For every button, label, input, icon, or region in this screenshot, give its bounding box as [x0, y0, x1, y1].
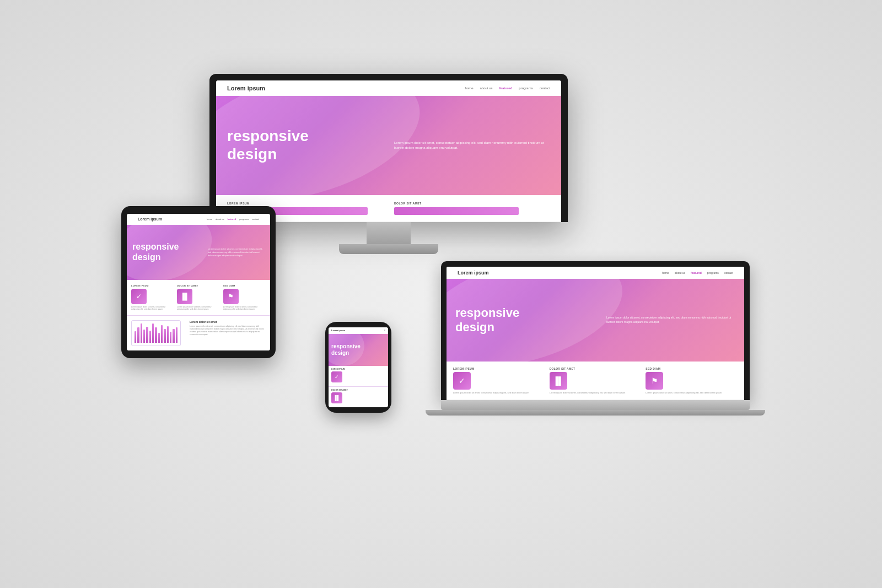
tablet-hero-text: Lorem ipsum dolor sit amet, consectetuer…	[208, 247, 265, 257]
tablet-feature-label-1: LOREM IPSUM	[131, 284, 174, 287]
laptop-feature-text-3: Lorem ipsum dolor sit amet, consectetur …	[646, 391, 738, 395]
laptop-feature-label-1: LOREM IPSUM	[453, 367, 545, 370]
phone-features: LOREM IPSUM ✓	[329, 366, 388, 386]
tablet-feature-icon-1: ✓	[131, 289, 147, 304]
phone-nav-icon: ≡	[384, 329, 385, 332]
laptop-feature-1: LOREM IPSUM ✓ Lorem ipsum dolor sit amet…	[453, 367, 545, 395]
tablet-chart-body: Lorem ipsum dolor sit amet, consectetuer…	[190, 325, 266, 336]
phone: Lorem ipsum ≡ responsive design LOREM IP…	[325, 322, 391, 413]
bar-2	[137, 327, 139, 343]
laptop-feature-icon-2: ▐▌	[550, 372, 567, 390]
nav-about: about us	[480, 87, 493, 90]
laptop-feature-text-1: Lorem ipsum dolor sit amet, consectetur …	[453, 391, 545, 395]
tablet-nav-contact: contact	[252, 218, 259, 220]
tablet: Lorem ipsum home about us featured progr…	[121, 206, 276, 359]
laptop-hero: responsive design Lorem ipsum dolor sit …	[447, 279, 744, 362]
tablet-chart	[131, 320, 181, 346]
monitor-screen: Lorem ipsum home about us featured progr…	[216, 80, 561, 222]
bar-7	[152, 323, 154, 343]
bar-14	[173, 329, 174, 343]
laptop-foot	[426, 410, 765, 416]
phone-feature-icon-2: ▐▌	[331, 392, 342, 403]
phone-feature-2-wrap: DOLOR SIT AMET ▐▌	[329, 387, 388, 407]
tablet-feature-3: SED DIAM ⚑ Lorem ipsum dolor sit amet, c…	[223, 284, 266, 311]
bar-4	[143, 330, 145, 343]
tablet-hero-title-wrap: responsive design	[132, 242, 203, 262]
monitor-section-label-2: DOLOR SIT AMET	[394, 202, 550, 205]
phone-hero: responsive design	[329, 334, 388, 366]
monitor-hero-title: responsive design	[227, 127, 383, 163]
monitor-logo: Lorem ipsum	[227, 85, 265, 91]
laptop-nav-about: about us	[675, 271, 685, 274]
phone-feature-label-1: LOREM IPSUM	[331, 368, 385, 370]
laptop-logo: Lorem ipsum	[458, 270, 489, 276]
laptop-base	[441, 400, 750, 410]
monitor-section-bar-2	[394, 207, 519, 215]
tablet-nav: Lorem ipsum home about us featured progr…	[127, 214, 270, 225]
tablet-feature-text-2: Lorem ipsum dolor sit amet, consectetur …	[177, 306, 219, 311]
tablet-hero: responsive design Lorem ipsum dolor sit …	[127, 225, 270, 280]
laptop-nav-programs: programs	[707, 271, 719, 274]
laptop-features: LOREM IPSUM ✓ Lorem ipsum dolor sit amet…	[447, 362, 744, 401]
phone-feature-icon-1: ✓	[331, 371, 342, 382]
monitor-hero-text-wrap: Lorem ipsum dolor sit amet, consectetuer…	[383, 141, 550, 150]
phone-hero-title: responsive design	[331, 343, 361, 356]
bar-6	[149, 331, 151, 343]
laptop-hero-text: Lorem ipsum dolor sit amet, consectetuer…	[606, 316, 735, 324]
bar-15	[176, 327, 178, 343]
tablet-chart-section: Lorem dolor sit amet Lorem ipsum dolor s…	[127, 316, 270, 350]
tablet-nav-programs: programs	[239, 218, 249, 220]
bar-11	[164, 329, 165, 343]
laptop-hero-title: responsive design	[455, 306, 599, 334]
nav-home: home	[465, 87, 474, 90]
nav-programs: programs	[519, 87, 533, 90]
tablet-features: LOREM IPSUM ✓ Lorem ipsum dolor sit amet…	[127, 280, 270, 316]
laptop-feature-3: SED DIAM ⚑ Lorem ipsum dolor sit amet, c…	[646, 367, 738, 395]
laptop-nav-featured: featured	[691, 271, 702, 274]
bar-13	[170, 332, 171, 343]
tablet-feature-label-3: SED DIAM	[223, 284, 266, 287]
tablet-nav-links: home about us featured programs contact	[207, 218, 259, 220]
laptop-hero-title-wrap: responsive design	[455, 306, 599, 334]
monitor-hero-title-wrap: responsive design	[227, 127, 383, 163]
laptop-feature-2: DOLOR SIT AMET ▐▌ Lorem ipsum dolor sit …	[550, 367, 642, 395]
monitor-frame: Lorem ipsum home about us featured progr…	[209, 74, 568, 222]
laptop-feature-label-3: SED DIAM	[646, 367, 738, 370]
bar-12	[167, 326, 169, 343]
tablet-frame: Lorem ipsum home about us featured progr…	[121, 206, 276, 359]
laptop-nav-home: home	[662, 271, 669, 274]
monitor-nav: Lorem ipsum home about us featured progr…	[216, 80, 561, 96]
laptop-feature-label-2: DOLOR SIT AMET	[550, 367, 642, 370]
monitor-neck	[367, 222, 411, 244]
tablet-nav-about: about us	[216, 218, 224, 220]
bar-1	[135, 331, 136, 343]
bar-9	[158, 333, 160, 343]
monitor-hero: responsive design Lorem ipsum dolor sit …	[216, 96, 561, 195]
tablet-feature-text-1: Lorem ipsum dolor sit amet, consectetur …	[131, 306, 174, 311]
laptop-nav-contact: contact	[724, 271, 733, 274]
tablet-chart-text: Lorem dolor sit amet Lorem ipsum dolor s…	[186, 320, 266, 346]
tablet-feature-1: LOREM IPSUM ✓ Lorem ipsum dolor sit amet…	[131, 284, 174, 311]
phone-screen: Lorem ipsum ≡ responsive design LOREM IP…	[329, 327, 388, 407]
laptop-feature-text-2: Lorem ipsum dolor sit amet, consectetur …	[550, 391, 642, 395]
laptop-nav: Lorem ipsum home about us featured progr…	[447, 267, 744, 279]
tablet-hero-title: responsive design	[132, 242, 203, 262]
tablet-feature-icon-3: ⚑	[223, 289, 239, 304]
monitor-base	[339, 244, 438, 254]
bar-8	[155, 327, 157, 343]
tablet-chart-title: Lorem dolor sit amet	[190, 320, 266, 323]
monitor-section-label-1: LOREM IPSUM	[227, 202, 383, 205]
phone-logo: Lorem ipsum	[331, 329, 345, 332]
monitor-hero-text: Lorem ipsum dolor sit amet, consectetuer…	[394, 141, 550, 150]
laptop-nav-links: home about us featured programs contact	[662, 271, 733, 274]
phone-frame: Lorem ipsum ≡ responsive design LOREM IP…	[325, 322, 391, 413]
laptop-screen: Lorem ipsum home about us featured progr…	[447, 267, 744, 401]
laptop: Lorem ipsum home about us featured progr…	[441, 261, 750, 416]
phone-nav: Lorem ipsum ≡	[329, 327, 388, 334]
laptop-hero-text-wrap: Lorem ipsum dolor sit amet, consectetuer…	[599, 316, 735, 324]
tablet-hero-text-wrap: Lorem ipsum dolor sit amet, consectetuer…	[203, 247, 265, 257]
tablet-nav-featured: featured	[227, 218, 236, 220]
laptop-feature-icon-1: ✓	[453, 372, 471, 390]
nav-featured: featured	[499, 87, 513, 90]
tablet-feature-icon-2: ▐▌	[177, 289, 192, 304]
